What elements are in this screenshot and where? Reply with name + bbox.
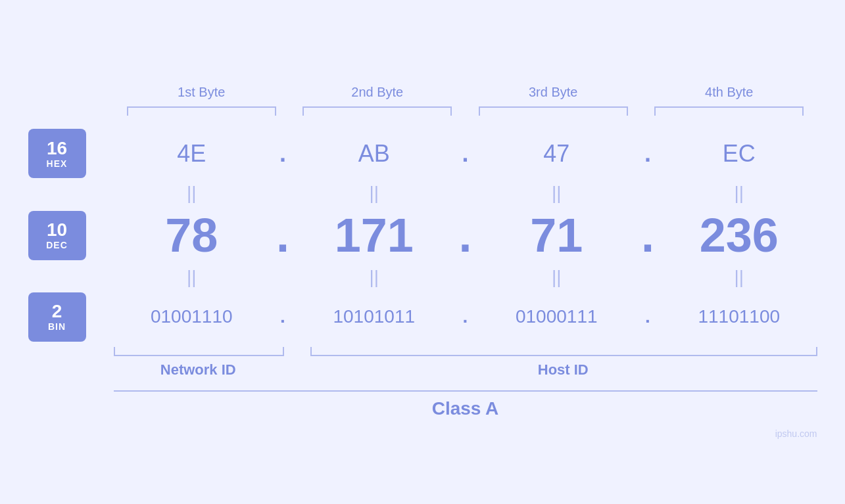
host-id-label: Host ID bbox=[309, 361, 817, 378]
dec-values: 78 . 171 . 71 . 236 bbox=[114, 208, 817, 262]
watermark: ipshu.com bbox=[775, 428, 817, 439]
eq1-b1: || bbox=[114, 178, 270, 208]
bottom-labels: Network ID Host ID bbox=[114, 361, 817, 378]
bin-row: 2 BIN 01001110 . 10101011 . 01000111 . 1… bbox=[28, 292, 817, 342]
header-byte1: 1st Byte bbox=[114, 85, 290, 100]
header-byte4: 4th Byte bbox=[641, 85, 817, 100]
top-brackets bbox=[114, 106, 817, 116]
hex-byte3: 47 bbox=[479, 140, 635, 168]
class-section: Class A bbox=[114, 390, 817, 419]
bottom-section: Network ID Host ID bbox=[114, 347, 817, 378]
bin-dot3: . bbox=[635, 308, 661, 326]
hex-base-number: 16 bbox=[47, 139, 67, 159]
bin-byte2: 10101011 bbox=[296, 306, 452, 327]
hex-values: 4E . AB . 47 . EC bbox=[114, 140, 817, 168]
top-bracket-4 bbox=[654, 106, 804, 116]
dec-badge: 10 DEC bbox=[28, 211, 86, 260]
dec-byte4: 236 bbox=[661, 208, 817, 262]
equals-row-1: || || || || bbox=[114, 178, 817, 208]
class-label: Class A bbox=[114, 398, 817, 419]
header-byte3: 3rd Byte bbox=[466, 85, 642, 100]
network-id-label: Network ID bbox=[114, 361, 283, 378]
eq2-b3: || bbox=[479, 262, 635, 292]
dec-base-number: 10 bbox=[47, 220, 67, 241]
hex-byte4: EC bbox=[661, 140, 817, 168]
dec-byte2: 171 bbox=[296, 208, 452, 262]
class-line bbox=[114, 390, 817, 392]
hex-row: 16 HEX 4E . AB . 47 . EC bbox=[28, 129, 817, 178]
dec-byte3: 71 bbox=[479, 208, 635, 262]
dec-dot2: . bbox=[452, 212, 479, 259]
top-bracket-1 bbox=[127, 106, 276, 116]
dec-dot1: . bbox=[270, 212, 296, 259]
hex-byte2: AB bbox=[296, 140, 452, 168]
bin-values: 01001110 . 10101011 . 01000111 . 1110110… bbox=[114, 306, 817, 327]
eq1-b3: || bbox=[479, 178, 635, 208]
hex-dot2: . bbox=[452, 142, 479, 166]
bin-base-number: 2 bbox=[52, 302, 62, 322]
host-bracket bbox=[310, 347, 817, 356]
eq2-b1: || bbox=[114, 262, 270, 292]
main-container: 1st Byte 2nd Byte 3rd Byte 4th Byte 16 H… bbox=[28, 85, 817, 419]
eq2-b2: || bbox=[296, 262, 452, 292]
header-byte2: 2nd Byte bbox=[289, 85, 466, 100]
bottom-brackets bbox=[114, 347, 817, 356]
dec-base-label: DEC bbox=[46, 240, 68, 250]
dec-row: 10 DEC 78 . 171 . 71 . 236 bbox=[28, 208, 817, 262]
hex-base-label: HEX bbox=[47, 158, 68, 169]
bin-base-label: BIN bbox=[48, 321, 66, 332]
dec-dot3: . bbox=[635, 212, 661, 259]
bin-badge: 2 BIN bbox=[28, 292, 86, 342]
bin-byte4: 11101100 bbox=[661, 306, 817, 327]
hex-badge: 16 HEX bbox=[28, 129, 86, 178]
top-bracket-2 bbox=[302, 106, 452, 116]
hex-dot3: . bbox=[635, 142, 661, 166]
bin-dot2: . bbox=[452, 308, 479, 326]
eq1-b2: || bbox=[296, 178, 452, 208]
bin-byte1: 01001110 bbox=[114, 306, 270, 327]
equals-row-2: || || || || bbox=[114, 262, 817, 292]
dec-byte1: 78 bbox=[114, 208, 270, 262]
bin-dot1: . bbox=[270, 308, 296, 326]
hex-byte1: 4E bbox=[114, 140, 270, 168]
eq2-b4: || bbox=[661, 262, 817, 292]
top-bracket-3 bbox=[479, 106, 628, 116]
hex-dot1: . bbox=[270, 142, 296, 166]
bin-byte3: 01000111 bbox=[479, 306, 635, 327]
byte-headers: 1st Byte 2nd Byte 3rd Byte 4th Byte bbox=[114, 85, 817, 100]
eq1-b4: || bbox=[661, 178, 817, 208]
network-bracket bbox=[114, 347, 285, 356]
